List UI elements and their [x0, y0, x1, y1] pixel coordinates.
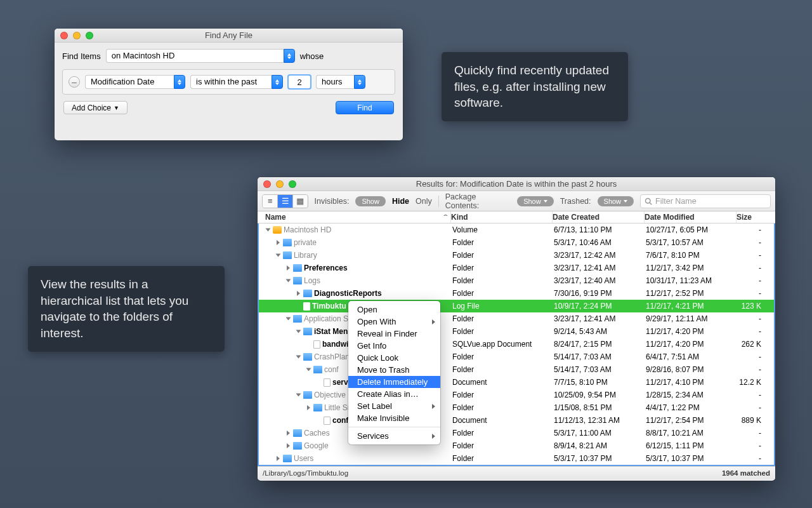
- criterion-unit-select[interactable]: hours: [316, 75, 365, 89]
- table-row[interactable]: PreferencesFolder3/23/17, 12:41 AM11/2/1…: [259, 262, 774, 274]
- folder-icon: [283, 455, 292, 462]
- criterion-op-select[interactable]: is within the past: [190, 75, 283, 89]
- row-kind: Folder: [452, 251, 554, 260]
- menu-item[interactable]: Get Info: [348, 340, 440, 352]
- table-row[interactable]: LibraryFolder3/23/17, 12:42 AM7/6/17, 8:…: [259, 249, 774, 262]
- criterion-value-input[interactable]: 2: [288, 75, 311, 89]
- menu-item[interactable]: Quick Look: [348, 352, 440, 364]
- menu-item[interactable]: Open With: [348, 316, 440, 328]
- folder-icon: [283, 251, 292, 259]
- results-body[interactable]: Macintosh HDVolume6/7/13, 11:10 PM10/27/…: [258, 224, 775, 466]
- view-tree-icon[interactable]: ☰: [277, 195, 292, 208]
- column-headers[interactable]: Name Kind Date Created Date Modified Siz…: [258, 211, 775, 224]
- filter-name-input[interactable]: Filter Name: [640, 194, 771, 208]
- table-row[interactable]: confFolder5/14/17, 7:03 AM9/28/16, 8:07 …: [259, 363, 774, 376]
- disclosure-triangle-icon[interactable]: [286, 279, 291, 283]
- menu-item[interactable]: Delete Immediately: [348, 376, 440, 388]
- disclosure-triangle-icon[interactable]: [286, 318, 291, 321]
- row-created: 8/24/17, 2:15 PM: [554, 340, 646, 349]
- row-name: Little Sn: [324, 403, 351, 412]
- table-row[interactable]: configDocument11/12/13, 12:31 AM11/2/17,…: [259, 414, 774, 427]
- row-modified: 11/2/17, 4:10 PM: [646, 378, 738, 387]
- view-list-icon[interactable]: ≡: [263, 195, 277, 208]
- row-modified: 6/4/17, 7:51 AM: [646, 352, 738, 361]
- disclosure-triangle-icon[interactable]: [307, 405, 310, 410]
- row-created: 8/9/14, 8:21 AM: [554, 441, 646, 450]
- view-grid-icon[interactable]: ▦: [292, 195, 308, 208]
- close-icon[interactable]: [263, 180, 271, 188]
- table-row[interactable]: CrashPlanFolder5/14/17, 7:03 AM6/4/17, 7…: [259, 351, 774, 363]
- results-title: Results for: Modification Date is within…: [258, 179, 775, 189]
- table-row[interactable]: DiagnosticReportsFolder7/30/16, 9:19 PM1…: [259, 287, 774, 300]
- disclosure-triangle-icon[interactable]: [277, 240, 280, 245]
- trashed-show-button[interactable]: Show: [598, 196, 634, 206]
- row-kind: Folder: [452, 289, 554, 298]
- results-titlebar[interactable]: Results for: Modification Date is within…: [258, 177, 775, 191]
- folder-icon: [313, 366, 322, 373]
- chevron-updown-icon: [174, 75, 185, 89]
- remove-criterion-button[interactable]: –: [69, 76, 80, 88]
- table-row[interactable]: TimbuktuLog File10/9/17, 2:24 PM11/2/17,…: [259, 300, 774, 312]
- table-row[interactable]: LogsFolder3/23/17, 12:40 AM10/31/17, 11:…: [259, 274, 774, 287]
- minimize-icon[interactable]: [276, 180, 284, 188]
- row-modified: 11/2/17, 3:42 PM: [646, 264, 738, 272]
- table-row[interactable]: iStat MenuFolder9/2/14, 5:43 AM11/2/17, …: [259, 325, 774, 338]
- row-modified: 10/31/17, 11:23 AM: [646, 276, 738, 285]
- menu-item[interactable]: Move to Trash: [348, 364, 440, 376]
- zoom-icon[interactable]: [289, 180, 296, 188]
- menu-item[interactable]: Open: [348, 304, 440, 316]
- row-size: -: [738, 429, 768, 438]
- disclosure-triangle-icon[interactable]: [277, 456, 280, 461]
- table-row[interactable]: privateFolder5/3/17, 10:46 AM5/3/17, 10:…: [259, 236, 774, 249]
- disclosure-triangle-icon[interactable]: [266, 229, 271, 232]
- table-row[interactable]: Objective CFolder10/25/09, 9:54 PM1/28/1…: [259, 389, 774, 401]
- disclosure-triangle-icon[interactable]: [296, 394, 301, 397]
- close-icon[interactable]: [60, 32, 68, 39]
- disclosure-triangle-icon[interactable]: [287, 443, 290, 448]
- disclosure-triangle-icon[interactable]: [297, 291, 300, 296]
- row-created: 6/7/13, 11:10 PM: [554, 225, 646, 234]
- row-created: 1/15/08, 8:51 PM: [554, 403, 646, 412]
- row-size: -: [738, 365, 768, 374]
- menu-item[interactable]: Services: [348, 430, 440, 442]
- disclosure-triangle-icon[interactable]: [296, 356, 301, 359]
- disclosure-triangle-icon[interactable]: [296, 330, 301, 333]
- package-show-button[interactable]: Show: [517, 196, 554, 206]
- table-row[interactable]: bandwiSQLVue.app Document8/24/17, 2:15 P…: [259, 338, 774, 351]
- disclosure-triangle-icon[interactable]: [287, 265, 290, 271]
- disclosure-triangle-icon[interactable]: [306, 368, 311, 371]
- table-row[interactable]: servicDocument7/7/15, 8:10 PM11/2/17, 4:…: [259, 376, 774, 389]
- table-row[interactable]: Application SFolder3/23/17, 12:41 AM9/29…: [259, 312, 774, 325]
- minimize-icon[interactable]: [73, 32, 81, 39]
- context-menu[interactable]: OpenOpen WithReveal in FinderGet InfoQui…: [348, 301, 440, 444]
- menu-item[interactable]: Set Label: [348, 400, 440, 412]
- invisibles-show-button[interactable]: Show: [355, 196, 386, 206]
- trashed-label: Trashed:: [560, 197, 591, 206]
- table-row[interactable]: Macintosh HDVolume6/7/13, 11:10 PM10/27/…: [259, 224, 774, 236]
- menu-item[interactable]: Create Alias in…: [348, 388, 440, 400]
- chevron-updown-icon: [272, 75, 283, 89]
- row-kind: Folder: [452, 365, 554, 374]
- row-name: Timbuktu: [312, 302, 346, 311]
- find-button[interactable]: Find: [336, 101, 394, 114]
- disclosure-triangle-icon[interactable]: [287, 431, 290, 436]
- table-row[interactable]: GoogleFolder8/9/14, 8:21 AM6/12/15, 1:11…: [259, 439, 774, 452]
- table-row[interactable]: UsersFolder5/3/17, 10:37 PM5/3/17, 10:37…: [259, 452, 774, 465]
- criterion-field-select[interactable]: Modification Date: [85, 75, 185, 89]
- folder-icon: [303, 353, 312, 361]
- location-select[interactable]: on Macintosh HD: [106, 49, 295, 63]
- zoom-icon[interactable]: [86, 32, 93, 39]
- menu-item[interactable]: Reveal in Finder: [348, 328, 440, 340]
- disclosure-triangle-icon[interactable]: [276, 254, 281, 257]
- invisibles-hide-button[interactable]: Hide: [392, 197, 409, 206]
- row-modified: 11/2/17, 4:21 PM: [646, 302, 738, 311]
- table-row[interactable]: Little SnFolder1/15/08, 8:51 PM4/4/17, 1…: [259, 401, 774, 414]
- document-icon: [324, 417, 331, 425]
- view-mode-segmented[interactable]: ≡ ☰ ▦: [262, 194, 308, 208]
- table-row[interactable]: CachesFolder5/3/17, 11:00 AM8/8/17, 10:2…: [259, 427, 774, 439]
- invisibles-only-button[interactable]: Only: [416, 197, 432, 206]
- find-titlebar[interactable]: Find Any File: [55, 29, 403, 43]
- row-name: DiagnosticReports: [314, 289, 382, 298]
- add-choice-button[interactable]: Add Choice▼: [63, 101, 128, 114]
- menu-item[interactable]: Make Invisible: [348, 412, 440, 424]
